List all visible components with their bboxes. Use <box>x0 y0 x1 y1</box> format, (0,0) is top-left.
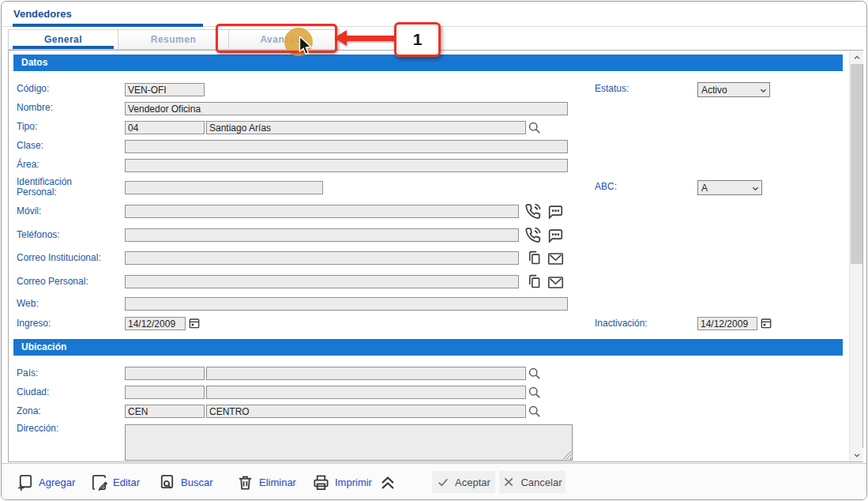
direccion-textarea[interactable] <box>125 424 573 461</box>
sms-icon[interactable] <box>547 203 564 220</box>
chevron-down-icon <box>759 86 768 95</box>
abc-label: ABC: <box>595 182 699 192</box>
ciudad-search-icon[interactable] <box>528 386 541 399</box>
cancelar-button[interactable]: Cancelar <box>499 471 566 493</box>
estatus-selected-value: Activo <box>701 85 727 96</box>
ciudad-name-field[interactable] <box>206 386 526 399</box>
agregar-label: Agregar <box>39 477 75 488</box>
zona-name-field[interactable]: CENTRO <box>206 405 526 418</box>
add-icon <box>16 473 34 492</box>
form-panel: Datos Código: VEN-OFI Estatus: Activo No… <box>8 50 863 462</box>
web-field[interactable] <box>125 297 568 311</box>
tab-general[interactable]: General <box>8 29 118 50</box>
tipo-label: Tipo: <box>17 122 121 132</box>
sms-icon[interactable] <box>547 227 564 244</box>
ciudad-code-field[interactable] <box>125 386 205 399</box>
movil-field[interactable] <box>125 205 519 218</box>
agregar-button[interactable]: Agregar <box>16 464 75 500</box>
abc-selected-value: A <box>701 183 708 194</box>
edit-icon <box>90 473 108 492</box>
eliminar-button[interactable]: Eliminar <box>236 464 296 500</box>
correo-personal-field[interactable] <box>125 275 519 288</box>
identificacion-label: Identificación Personal: <box>17 177 96 198</box>
tipo-code-field[interactable]: 04 <box>125 121 205 134</box>
scrollbar-thumb[interactable] <box>851 64 862 264</box>
phone-call-icon[interactable] <box>524 226 542 244</box>
inactivacion-date-field[interactable]: 14/12/2009 <box>697 317 757 330</box>
estatus-select[interactable]: Activo <box>697 82 770 97</box>
ciudad-label: Ciudad: <box>17 387 121 397</box>
imprimir-label: Imprimir <box>335 477 372 488</box>
zona-label: Zona: <box>17 406 121 416</box>
movil-label: Móvil: <box>17 206 121 217</box>
abc-select[interactable]: A <box>697 180 762 195</box>
ingreso-date-field[interactable]: 14/12/2009 <box>125 317 186 330</box>
pais-code-field[interactable] <box>125 367 205 380</box>
pais-label: País: <box>17 368 121 379</box>
aceptar-label: Aceptar <box>455 477 490 488</box>
tipo-name-field[interactable]: Santiago Arías <box>206 121 526 134</box>
vendedores-window: Vendedores General Resumen Avanzado 1 Da… <box>1 1 867 500</box>
double-chevron-up-icon <box>378 473 397 492</box>
tipo-search-icon[interactable] <box>528 121 541 134</box>
page-title: Vendedores <box>13 8 72 20</box>
buscar-label: Buscar <box>181 477 212 488</box>
direccion-label: Dirección: <box>17 424 121 434</box>
editar-label: Editar <box>113 477 140 488</box>
trash-icon <box>236 473 254 492</box>
buscar-button[interactable]: Buscar <box>158 464 212 500</box>
correo-institucional-field[interactable] <box>125 251 519 265</box>
scroll-down-icon[interactable] <box>850 448 863 461</box>
nombre-field[interactable]: Vendedor Oficina <box>125 102 568 115</box>
imprimir-button[interactable]: Imprimir <box>312 464 372 500</box>
area-field[interactable] <box>125 159 568 172</box>
eliminar-label: Eliminar <box>259 477 296 488</box>
printer-icon <box>312 473 330 492</box>
phone-call-icon[interactable] <box>524 202 542 220</box>
calendar-icon[interactable] <box>760 317 772 330</box>
annotation-arrow-shaft <box>346 36 396 41</box>
pais-name-field[interactable] <box>206 367 526 380</box>
zona-search-icon[interactable] <box>528 405 541 418</box>
calendar-icon[interactable] <box>188 317 201 330</box>
action-toolbar: Agregar Editar Buscar Eliminar Imprimir … <box>2 463 866 500</box>
mouse-cursor-icon <box>297 36 314 55</box>
correo-institucional-label: Correo Institucional: <box>17 253 121 263</box>
annotation-step-badge: 1 <box>394 22 441 57</box>
copy-icon[interactable] <box>526 250 543 266</box>
section-header-ubicacion: Ubicación <box>13 339 843 356</box>
copy-icon[interactable] <box>526 273 543 290</box>
clase-label: Clase: <box>17 141 121 151</box>
section-header-datos: Datos <box>13 55 843 71</box>
codigo-label: Código: <box>17 84 121 94</box>
search-doc-icon <box>158 473 176 492</box>
collapse-toolbar-button[interactable] <box>378 464 397 500</box>
codigo-field[interactable]: VEN-OFI <box>125 83 205 96</box>
telefonos-label: Teléfonos: <box>17 230 121 240</box>
cancelar-label: Cancelar <box>520 477 562 488</box>
clase-field[interactable] <box>125 140 568 153</box>
resize-grip-icon[interactable] <box>562 450 571 459</box>
identificacion-field[interactable] <box>125 181 323 194</box>
aceptar-button[interactable]: Aceptar <box>432 471 495 493</box>
area-label: Área: <box>17 160 121 170</box>
mail-icon[interactable] <box>547 251 564 266</box>
editar-button[interactable]: Editar <box>90 464 140 500</box>
telefonos-field[interactable] <box>125 228 519 242</box>
chevron-down-icon <box>751 184 760 193</box>
mail-icon[interactable] <box>547 275 564 290</box>
scroll-up-icon[interactable] <box>850 51 863 64</box>
correo-personal-label: Correo Personal: <box>17 277 121 287</box>
check-icon <box>437 476 449 488</box>
ingreso-label: Ingreso: <box>17 318 121 329</box>
nombre-label: Nombre: <box>17 103 121 113</box>
web-label: Web: <box>17 299 121 309</box>
close-icon <box>502 476 515 488</box>
pais-search-icon[interactable] <box>528 367 541 380</box>
vertical-scrollbar[interactable] <box>849 51 862 461</box>
title-active-underline <box>13 24 203 27</box>
inactivacion-label: Inactivación: <box>595 318 699 329</box>
estatus-label: Estatus: <box>595 84 699 94</box>
tab-resumen[interactable]: Resumen <box>118 29 229 50</box>
zona-code-field[interactable]: CEN <box>125 405 205 418</box>
